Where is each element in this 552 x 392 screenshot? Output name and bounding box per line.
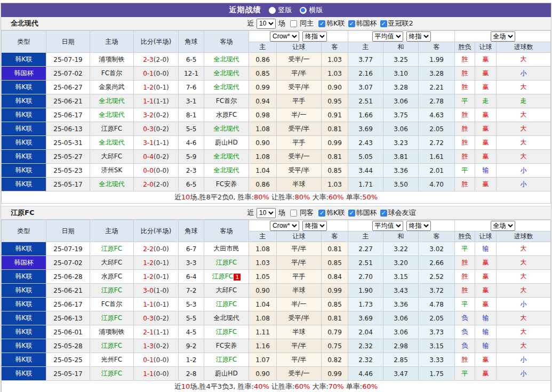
score-cell: 1-1(0-0) xyxy=(134,367,179,381)
league-checkbox[interactable] xyxy=(318,20,325,27)
avg-away-cell: 2.21 xyxy=(419,81,455,94)
home-team-name: 水原FC xyxy=(101,273,122,280)
avg-home-cell: 1.90 xyxy=(348,284,383,298)
fulltime-score: 0-0 xyxy=(143,167,154,174)
avg-away-cell: 2.78 xyxy=(419,94,455,108)
layout-radio-horizontal[interactable]: 横版 xyxy=(300,5,323,15)
sub-column-header: 客 xyxy=(322,231,348,242)
away-team-name: FC安养 xyxy=(216,180,237,188)
goals-result-cell: 小 xyxy=(497,353,551,367)
handicap-result-cell: 赢 xyxy=(475,53,497,67)
league-cell: 韩K联 xyxy=(2,81,46,94)
result-cell: 平 xyxy=(455,367,475,381)
fulltime-score: 2-0 xyxy=(143,181,154,188)
goals-result-cell: 小 xyxy=(497,164,551,178)
home-team-name: FC首尔 xyxy=(101,69,122,77)
avg-home-cell: 2.51 xyxy=(348,94,383,108)
odds-source-group: 全场 xyxy=(455,31,551,42)
halftime-score: (1-0) xyxy=(154,287,169,294)
header-select[interactable]: 终指 xyxy=(406,31,431,42)
score-cell: 1-2(0-1) xyxy=(134,81,179,94)
avg-away-cell: 1.61 xyxy=(419,150,455,164)
avg-draw-cell: 3.28 xyxy=(383,81,419,94)
section-header: 江原FC 近 10 场 同客 韩K联韩国杯球会友谊 xyxy=(1,206,551,220)
away-team-cell: 全北现代 xyxy=(204,164,249,178)
avg-away-cell: 2.52 xyxy=(419,270,455,284)
handicap-result-cell: 赢 xyxy=(475,108,497,122)
away-team-name: 水原FC xyxy=(216,111,237,118)
date-cell: 25-06-21 xyxy=(46,94,90,108)
match-count-select[interactable]: 10 xyxy=(257,208,276,218)
layout-radio-vertical[interactable]: 竖版 xyxy=(269,5,292,15)
league-checkbox[interactable] xyxy=(348,210,355,217)
goals-result-cell: 大 xyxy=(497,108,551,122)
away-team-name: 江原FC xyxy=(212,273,233,280)
avg-draw-cell: 3.50 xyxy=(383,178,419,191)
score-cell: 0-0(0-0) xyxy=(134,164,179,178)
away-team-name: 江原FC xyxy=(216,300,237,308)
result-cell: 胜 xyxy=(455,353,475,367)
header-select[interactable]: 平均值 xyxy=(372,31,403,42)
home-team-name: 江原FC xyxy=(101,342,122,349)
column-header: 日期 xyxy=(46,31,90,53)
handicap-result-cell: 输 xyxy=(475,164,497,178)
avg-draw-cell: 3.23 xyxy=(383,136,419,150)
header-select[interactable]: 终指 xyxy=(302,31,327,42)
league-cell: 韩K联 xyxy=(2,325,46,339)
fulltime-score: 3-2 xyxy=(143,111,154,119)
home-odds-cell: 1.04 xyxy=(249,164,277,178)
date-cell: 25-06-13 xyxy=(46,311,90,325)
same-venue-checkbox[interactable] xyxy=(290,20,297,27)
away-odds-cell: 0.81 xyxy=(322,122,348,136)
header-select[interactable]: Crow* xyxy=(270,31,299,42)
halftime-score: (0-2) xyxy=(154,111,169,119)
handicap-result-cell: 输 xyxy=(475,242,497,256)
summary-segment: 大率: xyxy=(310,382,329,390)
goals-result-cell: 大 xyxy=(497,270,551,284)
away-odds-cell: 0.85 xyxy=(322,298,348,311)
home-team-name: 全北现代 xyxy=(99,97,125,105)
league-checkbox[interactable] xyxy=(380,210,387,217)
header-select[interactable]: 终指 xyxy=(302,221,327,231)
handicap-result-cell: 赢 xyxy=(475,150,497,164)
results-table: 类型日期主场比分(半场)角球客场Crow*终指平均值终指全场主让球客主和客胜负让… xyxy=(1,30,551,204)
match-row: 韩K联25-05-17全北现代2-0(2-0)6-5FC安养0.86半球1.03… xyxy=(2,178,551,191)
league-checkbox[interactable] xyxy=(318,210,325,217)
header-select[interactable]: 终指 xyxy=(406,221,431,231)
date-cell: 25-06-01 xyxy=(46,325,90,339)
away-odds-cell: 1.03 xyxy=(322,67,348,81)
league-checkbox[interactable] xyxy=(380,20,387,27)
header-select[interactable]: 平均值 xyxy=(372,221,403,231)
avg-home-cell: 3.44 xyxy=(348,164,383,178)
sub-column-header: 主 xyxy=(249,231,277,242)
score-cell: 1-1(0-1) xyxy=(134,298,179,311)
handicap-result-cell: 赢 xyxy=(475,81,497,94)
date-cell: 25-05-31 xyxy=(46,136,90,150)
header-select[interactable]: 全场 xyxy=(491,221,515,231)
league-checkbox[interactable] xyxy=(348,20,355,27)
league-cell: 韩K联 xyxy=(2,353,46,367)
result-cell: 平 xyxy=(455,242,475,256)
home-team-name: 大邱FC xyxy=(101,153,122,160)
date-cell: 25-07-19 xyxy=(46,242,90,256)
away-team-cell: 江原FC xyxy=(204,325,249,339)
avg-draw-cell: 3.10 xyxy=(383,67,419,81)
handicap-result-cell: 输 xyxy=(475,339,497,353)
home-odds-cell: 0.86 xyxy=(249,53,277,67)
summary-segment: 10 xyxy=(181,193,190,201)
away-odds-cell: 0.95 xyxy=(322,94,348,108)
result-cell: 平 xyxy=(455,94,475,108)
away-odds-cell: 0.82 xyxy=(322,353,348,367)
match-count-select[interactable]: 10 xyxy=(257,19,276,29)
match-row: 韩K联25-06-13江原FC0-3(0-2)5-5全北现代1.08受平/半0.… xyxy=(2,122,551,136)
match-row: 韩K联25-05-23济州SK0-0(0-0)2-3全北现代1.04受平/半0.… xyxy=(2,164,551,178)
same-venue-checkbox[interactable] xyxy=(290,210,297,217)
header-select[interactable]: 全场 xyxy=(491,31,515,42)
score-cell: 2-3(2-0) xyxy=(134,53,179,67)
away-team-name: FC首尔 xyxy=(216,97,237,105)
summary-segment: 场,胜4平3负3, 胜率: xyxy=(190,382,254,390)
filter-bar: 近 10 场 同主 韩K联韩国杯亚冠联2 xyxy=(247,19,413,29)
radio-label: 横版 xyxy=(309,5,323,15)
summary-segment: 60% xyxy=(294,382,310,390)
header-select[interactable]: Crow* xyxy=(270,221,299,231)
